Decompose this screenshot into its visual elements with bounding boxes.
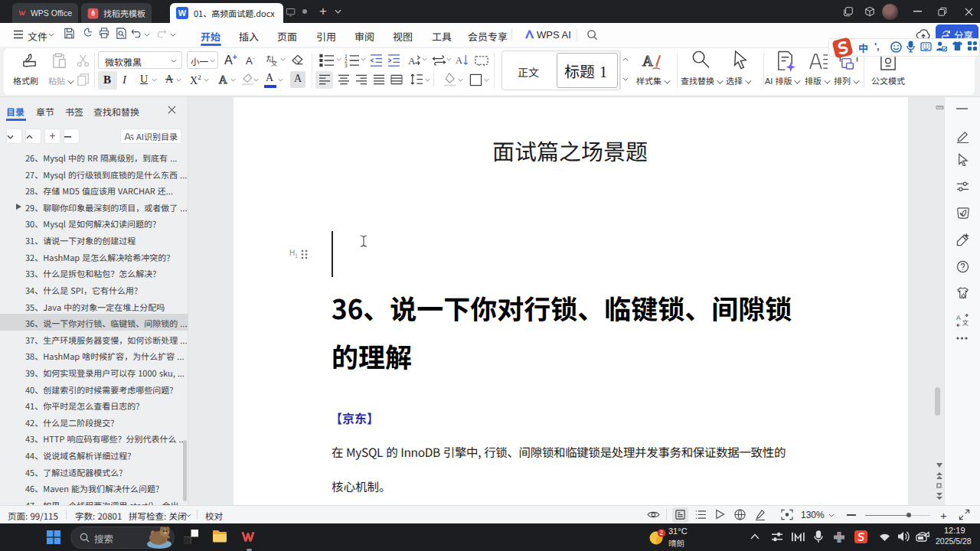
svg-text:文: 文 <box>962 318 969 327</box>
svg-text:A: A <box>642 53 653 69</box>
svg-text:3: 3 <box>345 63 348 67</box>
svg-text:A: A <box>408 55 416 67</box>
svg-text:A: A <box>956 314 961 321</box>
svg-text:文: 文 <box>271 59 277 67</box>
svg-text:2: 2 <box>660 529 664 536</box>
svg-text:A: A <box>219 73 227 86</box>
svg-text:A: A <box>456 55 462 66</box>
